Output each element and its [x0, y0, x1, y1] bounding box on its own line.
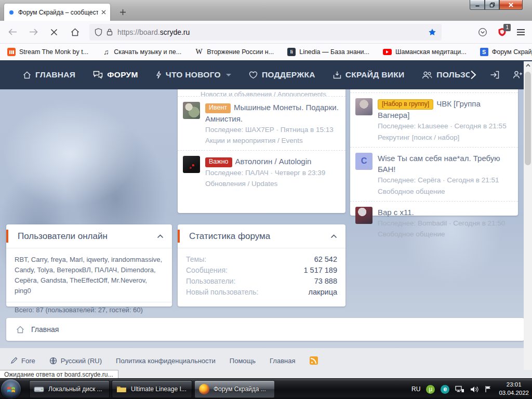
- login-icon[interactable]: [490, 71, 499, 79]
- bookmark-scryde[interactable]: S Форум Скрайда – соо...: [480, 48, 532, 56]
- post-title[interactable]: Автологин / Autologin: [235, 157, 312, 166]
- taskbar-button-firefox[interactable]: Форум Скрайда ...: [194, 380, 275, 398]
- taskbar-button-folder[interactable]: Ultimate Lineage I...: [112, 380, 192, 398]
- stat-row: Новый пользователь: лакрица: [186, 286, 337, 297]
- window-restore-button[interactable]: [485, 0, 499, 10]
- lock-icon[interactable]: [106, 28, 113, 36]
- firefox-icon: [199, 384, 209, 394]
- window-controls: [470, 0, 523, 10]
- panel-header: Пользователи онлайн: [6, 224, 172, 248]
- pocket-icon[interactable]: [478, 28, 487, 37]
- nav-item-whats-new[interactable]: ЧТО НОВОГО: [156, 70, 231, 79]
- footer-privacy-link[interactable]: Политика конфиденциальности: [116, 357, 216, 365]
- bookmark-soundcloud[interactable]: Stream The Monk by t...: [7, 48, 88, 56]
- panel-title: Пользователи онлайн: [18, 231, 108, 242]
- window-minimize-button[interactable]: [470, 0, 485, 10]
- back-button[interactable]: [4, 24, 21, 41]
- post-meta[interactable]: Последнее: Серёга · Сегодня в 21:51: [378, 175, 512, 185]
- action-center-flag-icon[interactable]: [485, 385, 491, 393]
- footer-language[interactable]: Русский (RU): [49, 357, 102, 365]
- adblock-icon[interactable]: 1: [498, 28, 507, 37]
- nav-item-support[interactable]: ПОДДЕРЖКА: [249, 70, 315, 79]
- post-meta[interactable]: Последнее: ПАЛАЧ · Четверг в 23:39: [205, 168, 339, 178]
- collapse-chevron-icon[interactable]: [330, 234, 337, 238]
- taskbar-button-explorer[interactable]: Локальный диск ...: [29, 380, 110, 398]
- window-close-button[interactable]: [499, 0, 523, 10]
- online-users-list[interactable]: RBT, Carry, freya, Marl, iqwerty, irando…: [6, 248, 172, 302]
- clock-date: 03.04.2022: [499, 389, 529, 397]
- forward-button[interactable]: [25, 24, 42, 41]
- post-section[interactable]: Рекрутинг [поиск / набор]: [378, 132, 512, 143]
- utorrent-tray-icon[interactable]: µ: [426, 385, 435, 394]
- start-button[interactable]: [1, 379, 21, 399]
- bookmark-youtube[interactable]: Шаманская медитаци...: [383, 48, 467, 56]
- bookmark-label: Шаманская медитаци...: [395, 48, 467, 56]
- wiki-download-icon: [333, 71, 341, 79]
- avatar[interactable]: [183, 156, 200, 173]
- collapse-chevron-icon[interactable]: [157, 234, 164, 238]
- nav-label: ЧТО НОВОГО: [166, 70, 221, 79]
- bookmark-music[interactable]: ♫ Скачать музыку и пе...: [102, 48, 181, 56]
- taskbar-clock[interactable]: 23:01 03.04.2022: [499, 381, 529, 397]
- post-section[interactable]: Свободное общение: [378, 187, 512, 197]
- stat-value: лакрица: [309, 288, 337, 296]
- network-tray-icon[interactable]: [455, 385, 464, 393]
- nav-item-users[interactable]: ПОЛЬЗОВАТЕЛ: [422, 70, 470, 79]
- home-button[interactable]: [66, 24, 83, 41]
- nav-item-wiki[interactable]: СКРАЙД ВИКИ: [333, 70, 405, 79]
- post-section[interactable]: Свободное общение: [378, 229, 512, 240]
- breadcrumb-home-link[interactable]: Главная: [31, 325, 59, 334]
- scrollbar-thumb[interactable]: [525, 72, 531, 165]
- scrollbar-up-arrow[interactable]: [524, 61, 532, 70]
- nav-scroll-chevron-icon[interactable]: [470, 70, 476, 79]
- post-section[interactable]: Обновления / Updates: [205, 179, 339, 189]
- page-scrollbar[interactable]: [524, 61, 532, 370]
- url-bar[interactable]: https://board.scryde.ru: [89, 24, 442, 41]
- nav-item-home[interactable]: ГЛАВНАЯ: [23, 70, 75, 79]
- post-meta[interactable]: Последнее: ШАХ7ЕР · Пятница в 15:13: [205, 125, 339, 135]
- avatar[interactable]: [183, 102, 200, 119]
- url-text[interactable]: https://board.scryde.ru: [117, 28, 428, 36]
- tab-close-icon[interactable]: [101, 10, 106, 15]
- clock-time: 23:01: [499, 381, 529, 389]
- forum-post[interactable]: C Wise Ты сам себя нае*ал. Требую БАН! П…: [350, 147, 518, 201]
- nav-item-forum[interactable]: ФОРУМ: [93, 70, 138, 79]
- forum-post[interactable]: Вар с x11. Последнее: Bombadil · Сегодня…: [350, 201, 518, 244]
- post-section[interactable]: Акции и мероприятия / Events: [205, 136, 339, 146]
- status-badge: Важно: [205, 157, 232, 167]
- forum-post[interactable]: [Набор в группу]ЧВК [Группа Вагнера] Пос…: [350, 92, 518, 147]
- bookmark-wikipedia[interactable]: W Вторжение России н...: [195, 48, 274, 56]
- menu-hamburger-icon[interactable]: [517, 28, 525, 37]
- antivirus-tray-icon[interactable]: e: [441, 385, 449, 394]
- bookmarks-bar: Stream The Monk by t... ♫ Скачать музыку…: [0, 44, 532, 60]
- forum-post[interactable]: ВажноАвтологин / Autologin Последнее: ПА…: [178, 150, 345, 193]
- new-tab-button[interactable]: [117, 7, 128, 17]
- browser-tab[interactable]: Форум Скрайда – сообщество: [4, 4, 110, 21]
- footer-style-chooser[interactable]: Fore: [10, 357, 35, 365]
- footer-home-link[interactable]: Главная: [270, 357, 295, 365]
- avatar[interactable]: [355, 207, 373, 224]
- post-meta[interactable]: Последнее: Bombadil · Сегодня в 21:50: [378, 218, 512, 229]
- post-title[interactable]: Вар с x11.: [378, 208, 414, 217]
- heart-icon: [249, 71, 258, 79]
- toolbar-extensions: 1: [478, 21, 525, 44]
- footer-help-link[interactable]: Помощь: [230, 357, 256, 365]
- post-title[interactable]: Wise Ты сам себя нае*ал. Требую БАН!: [378, 154, 500, 174]
- tracking-protection-shield-icon[interactable]: [95, 28, 102, 36]
- post-meta[interactable]: Последнее: k1auseee · Сегодня в 21:55: [378, 121, 512, 131]
- register-icon[interactable]: [513, 71, 523, 79]
- system-tray: RU µ e 23:01 03.04.2022: [411, 379, 529, 399]
- stop-loading-button[interactable]: [46, 24, 62, 41]
- rss-icon[interactable]: [310, 356, 318, 365]
- breadcrumb-home-icon[interactable]: [16, 326, 24, 334]
- language-indicator[interactable]: RU: [411, 385, 420, 393]
- volume-tray-icon[interactable]: [470, 386, 479, 393]
- bookmark-star-icon[interactable]: [428, 28, 436, 36]
- url-prefix: https://board.: [117, 28, 160, 36]
- avatar[interactable]: [355, 98, 373, 115]
- section-caption-text: Новости и объявления / Announcements: [201, 90, 326, 96]
- avatar[interactable]: C: [355, 153, 373, 170]
- forum-post[interactable]: ИвентМышиные Монеты. Подарки. Амнистия. …: [178, 96, 345, 150]
- bookmark-linedia[interactable]: li Linedia — База знани...: [287, 48, 369, 56]
- tab-loading-icon: [9, 10, 14, 15]
